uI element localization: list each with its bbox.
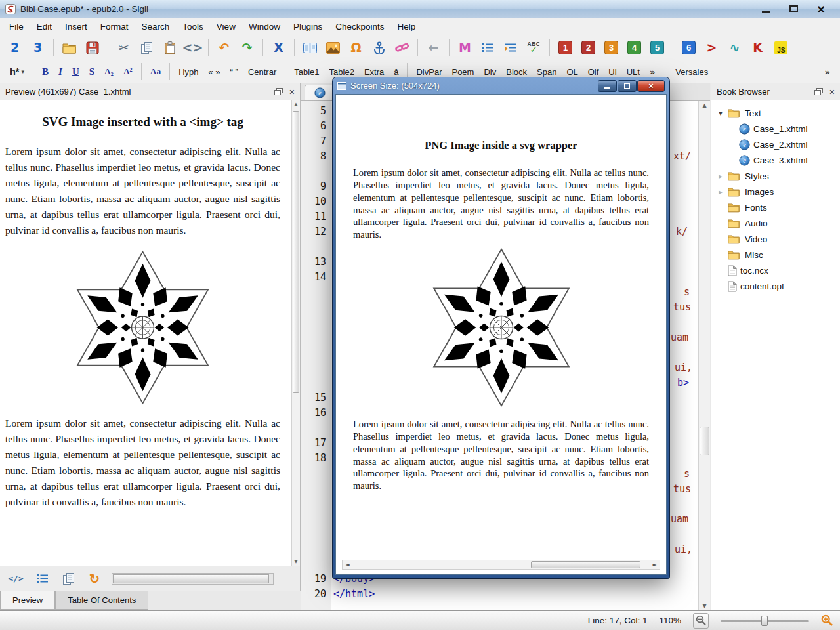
dialog-close-button[interactable]: × [637,80,665,92]
menu-checkpoints[interactable]: Checkpoints [329,18,390,35]
float-panel-button[interactable] [814,88,823,95]
tree-item-images[interactable]: ▸Images [711,184,840,200]
table1-button[interactable]: Table1 [289,63,324,80]
plugin-6-button[interactable]: 6 [678,37,700,58]
tree-item-content-opf[interactable]: content.opf [711,278,840,294]
find-replace-button[interactable]: X [268,37,289,58]
tree-item-toc-ncx[interactable]: toc.ncx [711,262,840,278]
spellcheck-button[interactable]: ABC✓ [523,37,545,58]
inspect-code-button[interactable]: </> [7,570,25,588]
scrollbar-thumb[interactable] [113,574,269,583]
zoom-in-button[interactable] [821,614,833,627]
restore-button[interactable] [785,3,802,16]
minimize-button[interactable] [757,3,774,16]
plugin-k-button[interactable]: K [747,37,768,58]
editor-vertical-scrollbar[interactable]: ▲ ▼ [698,101,710,610]
scroll-right-icon[interactable]: ► [650,562,660,568]
dialog-horizontal-scrollbar[interactable]: ◄ ► [342,560,660,570]
tree-item-case-3-xhtml[interactable]: eCase_3.xhtml [711,152,840,168]
scrollbar-thumb[interactable] [700,427,709,455]
back-button[interactable]: ← [423,37,444,58]
scroll-down-icon[interactable]: ▼ [292,559,300,564]
zoom-slider-thumb[interactable] [761,616,768,626]
insert-link-button[interactable] [391,37,413,58]
tree-item-case-1-xhtml[interactable]: eCase_1.xhtml [711,121,840,136]
zoom-slider[interactable] [721,614,809,628]
dialog-titlebar[interactable]: Screen Size: (504x724) × [335,77,667,94]
toolbar-overflow-2-button[interactable]: » [820,63,835,80]
undo-button[interactable]: ↶ [213,37,235,58]
tree-item-fonts[interactable]: Fonts [711,200,840,215]
save-button[interactable] [81,37,103,58]
expander-closed-icon[interactable]: ▸ [717,188,724,196]
centrar-button[interactable]: Centrar [243,63,281,80]
metadata-editor-button[interactable]: M [454,37,476,58]
strikethrough-button[interactable]: S [85,63,99,80]
copy-button[interactable] [136,37,158,58]
menu-tools[interactable]: Tools [176,18,210,35]
tree-item-case-2-xhtml[interactable]: eCase_2.xhtml [711,136,840,152]
close-panel-button[interactable]: × [289,87,295,96]
versales-button[interactable]: Versales [671,63,713,80]
open-button[interactable] [58,37,80,58]
cut-button[interactable]: ✂ [113,37,135,58]
menu-window[interactable]: Window [242,18,287,35]
plugin-swirl-button[interactable]: ∿ [724,37,746,58]
tab-table-of-contents[interactable]: Table Of Contents [55,591,148,610]
plugin-send-button[interactable]: > [701,37,723,58]
insert-image-button[interactable] [322,37,344,58]
tree-item-misc[interactable]: Misc [711,247,840,262]
titlebar[interactable]: Bibi Case.epub* - epub2.0 - Sigil × [0,0,840,18]
new-epub3-button[interactable]: 3 [27,37,49,58]
preview-content[interactable]: SVG Image inserted with a <img> tag Lore… [0,100,300,566]
zoom-out-button[interactable] [693,613,709,629]
split-view-button[interactable] [299,37,321,58]
scrollbar-thumb[interactable] [531,561,641,568]
italic-button[interactable]: I [54,63,67,80]
plugin-5-button[interactable]: 5 [646,37,668,58]
heading-style-button[interactable]: h*▾ [5,63,29,80]
subscript-button[interactable]: A₂ [100,63,118,80]
hyph-button[interactable]: Hyph [174,63,203,80]
tree-item-video[interactable]: Video [711,231,840,247]
menu-search[interactable]: Search [135,18,177,35]
close-button[interactable]: × [812,3,830,16]
generate-toc-button[interactable] [500,37,522,58]
toc-edit-button[interactable] [477,37,499,58]
superscript-button[interactable]: A² [119,63,137,80]
plugin-3-button[interactable]: 3 [600,37,622,58]
preview-horizontal-scrollbar[interactable] [112,573,274,585]
preview-vertical-scrollbar[interactable]: ▲ ▼ [291,100,300,566]
underline-button[interactable]: U [68,63,84,80]
menu-insert[interactable]: Insert [58,18,94,35]
menu-view[interactable]: View [210,18,242,35]
expander-closed-icon[interactable]: ▸ [717,172,724,180]
select-element-button[interactable] [33,570,51,588]
copy-selection-button[interactable] [59,570,77,588]
dialog-maximize-button[interactable] [618,80,637,92]
scroll-up-icon[interactable]: ▲ [292,102,300,107]
plugin-js-button[interactable]: JS [770,37,791,58]
close-panel-button[interactable]: × [830,87,835,96]
editor-tab-case-1[interactable]: e [304,85,335,100]
guillemets-button[interactable]: « » [204,63,225,80]
new-epub2-button[interactable]: 2 [4,37,26,58]
menu-format[interactable]: Format [94,18,135,35]
menu-file[interactable]: File [3,18,30,35]
tab-preview[interactable]: Preview [0,591,55,610]
menu-help[interactable]: Help [390,18,422,35]
insert-tag-button[interactable]: <> [182,37,203,58]
insert-anchor-button[interactable] [368,37,390,58]
menu-edit[interactable]: Edit [30,18,58,35]
scroll-down-icon[interactable]: ▼ [699,603,710,609]
scroll-left-icon[interactable]: ◄ [343,562,352,568]
tree-item-text[interactable]: ▾Text [711,105,840,121]
scrollbar-thumb[interactable] [293,111,299,393]
float-panel-button[interactable] [274,88,283,95]
curly-quotes-button[interactable]: “ ” [226,63,243,80]
plugin-2-button[interactable]: 2 [578,37,599,58]
bold-button[interactable]: B [37,63,53,80]
tree-item-styles[interactable]: ▸Styles [711,168,840,184]
expander-open-icon[interactable]: ▾ [717,109,724,117]
tree-item-audio[interactable]: Audio [711,215,840,231]
